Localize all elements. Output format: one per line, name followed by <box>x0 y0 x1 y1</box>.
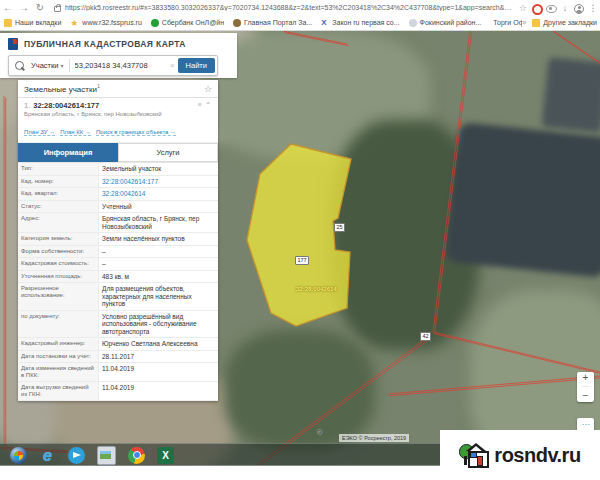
info-row: Форма собственности:– <box>18 246 218 259</box>
info-row-value: 32:28:0042614:177 <box>99 176 218 188</box>
info-row-label: Кадастровая стоимость: <box>18 258 99 270</box>
tab-information[interactable]: Информация <box>18 143 118 162</box>
item-collapse-icon[interactable]: ≡ ⌃ <box>198 101 212 109</box>
reload-button[interactable]: ↻ <box>32 1 48 15</box>
map-building-roof-2 <box>542 57 600 133</box>
info-row-label: Категория земель: <box>18 233 99 245</box>
info-row-value: Брянская область, г Брянск, пер Новозыбк… <box>99 213 218 232</box>
download-arrow-icon[interactable]: ↓ <box>558 1 572 15</box>
item-address: Брянская область, г Брянск, пер Новозыбк… <box>24 111 212 118</box>
bookmark-item[interactable]: ★www.r32.fssprus.ru <box>70 19 142 27</box>
extension-red-icon[interactable] <box>530 1 544 15</box>
sber-icon <box>151 19 159 27</box>
bookmark-label: Фокинский район... <box>420 19 482 26</box>
photos-app-icon[interactable] <box>97 446 116 465</box>
info-row-value: 11.04.2019 <box>99 382 218 400</box>
pkk-header-card: ПУБЛИЧНАЯ КАДАСТРОВАЯ КАРТА Участки ▾ × … <box>0 33 237 78</box>
star-icon: ★ <box>70 19 79 27</box>
info-row: Тип:Земельный участок <box>18 163 218 176</box>
start-button-icon[interactable] <box>10 447 27 464</box>
info-row-value: Условно разрешённый вид использования - … <box>99 311 218 338</box>
bookmarks-overflow-icon[interactable]: » <box>522 18 526 27</box>
profile-icon[interactable] <box>572 2 586 14</box>
bookmarks-list: Наши вкладки★www.r32.fssprus.ruСбербанк … <box>4 19 522 27</box>
bookmark-label: Сбербанк ОнЛ@йн <box>162 19 224 26</box>
other-bookmarks-folder-icon <box>532 19 540 27</box>
info-row: Кадастровая стоимость:– <box>18 258 218 271</box>
bookmark-item[interactable]: Наши вкладки <box>4 19 61 27</box>
bookmarks-right: » Другие закладки <box>522 18 600 27</box>
info-row: по документу:Условно разрешённый вид исп… <box>18 311 218 339</box>
info-row: Кад. номер:32:28:0042614:177 <box>18 176 218 189</box>
bookmark-item[interactable]: Сбербанк ОнЛ@йн <box>151 19 224 27</box>
telegram-icon[interactable] <box>68 447 85 464</box>
parcel-number-label: 25 <box>334 223 345 232</box>
omnibox[interactable]: https://pkk5.rosreestr.ru/#x=3833580.303… <box>52 2 512 14</box>
parcel-action-link[interactable]: План ЗУ → <box>24 129 55 136</box>
bookmark-label: Главная Портал За... <box>244 19 312 26</box>
info-row: Разрешенное использование:Для размещения… <box>18 283 218 311</box>
info-row-label: Тип: <box>18 163 99 175</box>
info-row-label: Адрес: <box>18 213 99 232</box>
bookmark-item[interactable]: XЗакон ru первая со... <box>321 19 399 27</box>
eagle-icon <box>233 19 241 27</box>
info-row-label: Кадастровый инженер: <box>18 338 99 350</box>
info-row-value: – <box>99 246 218 258</box>
rosreestr-logo-icon <box>8 38 18 50</box>
chrome-icon[interactable] <box>128 447 145 464</box>
forward-button[interactable]: → <box>16 1 32 15</box>
item-index: 1. <box>24 101 30 110</box>
info-row-label: Форма собственности: <box>18 246 99 258</box>
info-row: Категория земель:Земли населённых пункто… <box>18 233 218 246</box>
excel-icon[interactable]: X <box>157 447 174 464</box>
other-bookmarks-label[interactable]: Другие закладки <box>543 19 597 26</box>
parcel-result-item[interactable]: ≡ ⌃ 1.32:28:0042614:177 Брянская область… <box>18 98 218 143</box>
back-button[interactable]: ← <box>0 1 16 15</box>
info-row-value: 11.04.2019 <box>99 363 218 381</box>
bookmark-item[interactable]: Фокинский район... <box>409 19 482 27</box>
parcel-number-label: 177 <box>295 256 309 265</box>
map-attribution: ЕЭКО © Росреестр, 2019 <box>339 434 409 442</box>
bookmark-label: Наши вкладки <box>15 19 61 26</box>
info-row-value: Земли населённых пунктов <box>99 233 218 245</box>
info-row-label: Разрешенное использование: <box>18 283 99 310</box>
favorite-star-icon[interactable]: ☆ <box>204 84 212 94</box>
info-row-label: Кад. квартал: <box>18 188 99 200</box>
info-row: Статус:Учтенный <box>18 201 218 214</box>
extension-eye-icon[interactable] <box>544 2 558 13</box>
screen: 1772542932:28:0042614 ЕЭКО © Росреестр, … <box>0 0 600 480</box>
info-row: Уточненная площадь:483 кв. м <box>18 271 218 284</box>
parcel-number-label: 9 <box>318 429 321 435</box>
parcel-number-label: 42 <box>420 332 431 341</box>
parcel-number-row: ≡ ⌃ 1.32:28:0042614:177 <box>24 101 212 110</box>
panel-tabs: ИнформацияУслуги <box>18 143 218 162</box>
site-icon <box>409 19 417 27</box>
rosndv-logo-icon <box>459 442 489 468</box>
zoom-out-button[interactable]: − <box>577 390 594 402</box>
internet-explorer-icon[interactable]: e <box>39 447 56 464</box>
rosndv-watermark: rosndv.ru <box>440 430 600 480</box>
bookmark-item[interactable]: Главная Портал За... <box>233 19 312 27</box>
pkk-header: ПУБЛИЧНАЯ КАДАСТРОВАЯ КАРТА <box>0 33 237 54</box>
search-input[interactable] <box>70 61 170 70</box>
chevron-down-icon: ▾ <box>61 63 64 69</box>
parcel-action-link[interactable]: План КК → <box>60 129 91 136</box>
parcel-info-table: Тип:Земельный участокКад. номер:32:28:00… <box>18 162 218 401</box>
bookmark-item[interactable]: Торги Официальн... <box>490 19 522 26</box>
panel-title-row: Земельные участки1 ☆ <box>18 80 218 98</box>
parcel-action-link[interactable]: Поиск в границах объекта → <box>96 129 176 136</box>
search-submit-button[interactable]: Найти <box>178 58 215 73</box>
search-category-dropdown[interactable]: Участки ▾ <box>29 59 70 72</box>
clear-search-icon[interactable]: × <box>170 61 175 70</box>
info-row-label: по документу: <box>18 311 99 338</box>
bookmark-star-icon[interactable]: ☆ <box>516 1 530 15</box>
item-links: План ЗУ →План КК →Поиск в границах объек… <box>24 120 212 138</box>
tab-services[interactable]: Услуги <box>118 143 218 162</box>
url-text[interactable]: https://pkk5.rosreestr.ru/#x=3833580.303… <box>65 4 512 11</box>
info-row: Кад. квартал:32:28:0042614 <box>18 188 218 201</box>
info-row: Дата выгрузки сведений из ГКН:11.04.2019 <box>18 382 218 401</box>
info-row-value: 483 кв. м <box>99 271 218 283</box>
item-cad-number: 32:28:0042614:177 <box>33 101 99 110</box>
info-row-label: Дата изменения сведений в ПКК: <box>18 363 99 381</box>
browser-menu-icon[interactable]: ⋮ <box>586 1 600 15</box>
